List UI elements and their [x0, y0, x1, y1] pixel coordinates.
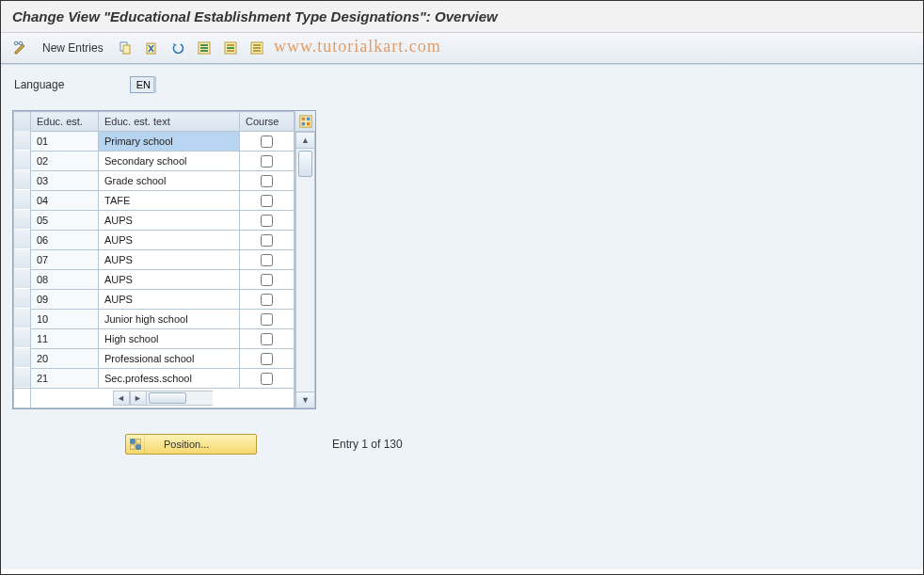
course-checkbox[interactable] — [261, 175, 273, 187]
select-all-button[interactable] — [194, 39, 215, 57]
educ-est-code-cell[interactable] — [31, 270, 98, 289]
vertical-scrollbar[interactable]: ▲ ▼ — [295, 132, 315, 408]
scroll-up-button[interactable]: ▲ — [295, 132, 315, 149]
svg-rect-14 — [253, 44, 261, 46]
table-row — [14, 171, 295, 191]
svg-rect-6 — [200, 44, 208, 46]
horizontal-scrollbar[interactable]: ◄ ► — [31, 390, 294, 407]
table-settings-icon — [299, 115, 312, 128]
educ-est-code-cell[interactable] — [31, 349, 98, 368]
hscroll-track[interactable] — [147, 391, 213, 406]
position-button[interactable]: Position... — [125, 434, 257, 455]
row-selector-button[interactable] — [14, 289, 30, 308]
educ-est-text-cell[interactable] — [99, 152, 239, 170]
row-selector-button[interactable] — [14, 368, 30, 387]
course-checkbox[interactable] — [261, 195, 273, 207]
course-checkbox[interactable] — [261, 353, 273, 365]
educ-est-code-cell[interactable] — [31, 329, 98, 348]
row-selector-button[interactable] — [14, 190, 30, 209]
table-settings-button[interactable] — [295, 111, 315, 132]
scroll-right-button[interactable]: ► — [130, 391, 147, 406]
educ-est-code-cell[interactable] — [31, 290, 98, 309]
educ-est-code-cell[interactable] — [31, 132, 98, 151]
table-row — [14, 369, 295, 389]
row-selector-header — [14, 112, 31, 132]
educ-est-text-cell[interactable] — [99, 290, 239, 309]
row-selector-button[interactable] — [14, 131, 30, 150]
educ-est-text-cell[interactable] — [99, 329, 239, 348]
svg-rect-20 — [301, 121, 305, 125]
course-checkbox[interactable] — [261, 274, 273, 286]
table-row — [14, 329, 295, 349]
course-checkbox[interactable] — [261, 254, 273, 266]
entry-counter-text: Entry 1 of 130 — [332, 438, 403, 451]
educ-est-code-cell[interactable] — [31, 152, 98, 170]
row-selector-button[interactable] — [14, 348, 30, 367]
vscroll-thumb[interactable] — [298, 151, 312, 177]
svg-rect-16 — [253, 50, 261, 52]
row-selector-button[interactable] — [14, 170, 30, 189]
copy-icon — [118, 40, 133, 56]
course-checkbox[interactable] — [261, 234, 273, 247]
educ-est-text-cell[interactable] — [99, 211, 239, 230]
position-icon — [126, 435, 145, 454]
educ-est-text-cell[interactable] — [99, 310, 239, 328]
educ-est-code-cell[interactable] — [31, 369, 98, 388]
course-checkbox[interactable] — [261, 313, 273, 326]
educ-est-text-cell[interactable] — [99, 369, 239, 388]
svg-rect-8 — [200, 50, 208, 52]
course-checkbox[interactable] — [261, 215, 273, 227]
educ-est-code-cell[interactable] — [31, 231, 98, 249]
content-area: Language EN Educ. est. Educ. est. text C… — [1, 64, 923, 569]
course-checkbox[interactable] — [261, 294, 273, 306]
table-config-column: ▲ ▼ — [295, 111, 315, 408]
scroll-left-button[interactable]: ◄ — [113, 391, 130, 406]
table-row — [14, 152, 295, 171]
course-checkbox[interactable] — [261, 373, 273, 385]
copy-as-button[interactable] — [115, 39, 135, 57]
course-checkbox[interactable] — [261, 136, 273, 148]
row-selector-button[interactable] — [14, 269, 30, 288]
educ-est-text-cell[interactable] — [99, 270, 239, 289]
row-selector-button[interactable] — [14, 309, 30, 327]
row-selector-button[interactable] — [14, 210, 30, 229]
educ-est-text-cell[interactable] — [99, 132, 239, 151]
vscroll-track[interactable] — [295, 149, 315, 391]
table-row — [14, 250, 295, 270]
col-header-educ-est[interactable]: Educ. est. — [31, 112, 99, 132]
educ-est-code-cell[interactable] — [31, 191, 98, 210]
educ-est-text-cell[interactable] — [99, 231, 239, 249]
row-selector-button[interactable] — [14, 249, 30, 268]
toggle-display-change-button[interactable] — [10, 39, 31, 57]
delete-button[interactable] — [141, 39, 162, 57]
delete-icon — [144, 40, 159, 56]
row-selector-button[interactable] — [14, 230, 30, 248]
educ-est-text-cell[interactable] — [99, 171, 239, 190]
educ-est-text-cell[interactable] — [99, 349, 239, 368]
row-selector-button[interactable] — [14, 328, 30, 347]
scroll-down-button[interactable]: ▼ — [295, 391, 315, 408]
svg-rect-15 — [253, 47, 261, 49]
undo-button[interactable] — [167, 39, 188, 57]
col-header-course[interactable]: Course — [240, 112, 295, 132]
col-header-educ-est-text[interactable]: Educ. est. text — [99, 112, 240, 132]
educ-est-code-cell[interactable] — [31, 211, 98, 230]
language-value-box[interactable]: EN — [130, 76, 156, 93]
course-checkbox[interactable] — [261, 155, 273, 168]
course-checkbox[interactable] — [261, 333, 273, 345]
language-label: Language — [14, 78, 64, 91]
footer-row: Position... Entry 1 of 130 — [12, 434, 912, 455]
row-selector-button[interactable] — [14, 151, 30, 169]
hscroll-thumb[interactable] — [149, 392, 186, 404]
new-entries-button[interactable]: New Entries — [37, 39, 109, 57]
select-block-button[interactable] — [220, 39, 241, 57]
undo-icon — [170, 40, 185, 56]
educ-est-code-cell[interactable] — [31, 250, 98, 269]
table-row — [14, 270, 295, 290]
educ-est-code-cell[interactable] — [31, 310, 98, 328]
deselect-all-button[interactable] — [247, 39, 267, 57]
educ-est-code-cell[interactable] — [31, 171, 98, 190]
educ-est-text-cell[interactable] — [99, 250, 239, 269]
svg-rect-23 — [135, 439, 139, 443]
educ-est-text-cell[interactable] — [99, 191, 239, 210]
